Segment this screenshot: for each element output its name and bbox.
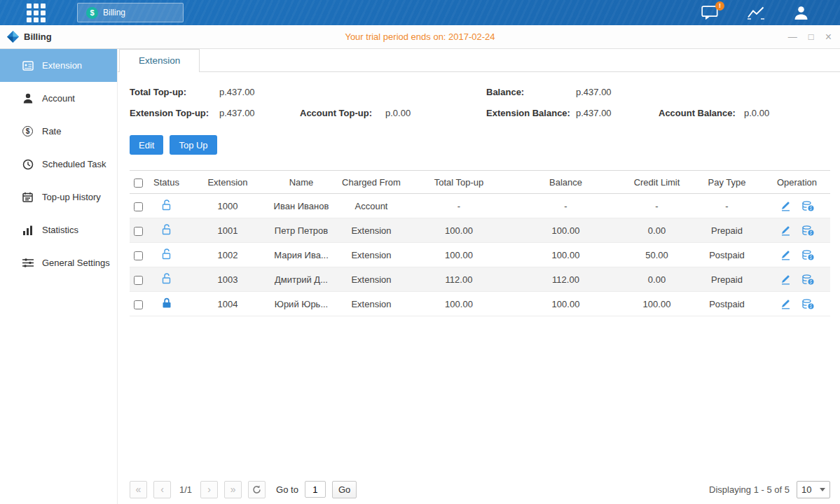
tabs-bar: Extension: [118, 49, 840, 72]
extension-card-icon: [22, 59, 34, 71]
top-up-money-icon[interactable]: [802, 299, 814, 309]
apps-grid-icon[interactable]: [27, 4, 46, 22]
cell-extension: 1001: [186, 218, 270, 243]
cell-pay-type: Postpaid: [690, 243, 764, 267]
top-up-money-icon[interactable]: [802, 225, 814, 236]
sidebar-item-label: Top-up History: [42, 192, 101, 202]
sidebar-item-account[interactable]: Account: [0, 82, 117, 115]
top-up-money-icon[interactable]: [802, 250, 814, 260]
sidebar-item-label: Scheduled Task: [42, 159, 106, 169]
table-header-row: Status Extension Name Charged From Total…: [130, 171, 830, 194]
cell-charged-from: Extension: [333, 292, 410, 316]
account-topup-value: p.0.00: [385, 103, 486, 124]
next-page-button[interactable]: ›: [200, 481, 218, 498]
cell-charged-from: Extension: [333, 243, 410, 267]
main-panel: Extension Total Top-up: p.437.00 Balance…: [118, 49, 840, 504]
cell-total-topup: -: [410, 194, 508, 218]
goto-label: Go to: [276, 484, 298, 495]
cell-pay-type: Prepaid: [690, 267, 764, 292]
user-account-icon[interactable]: [793, 5, 809, 20]
edit-pencil-icon[interactable]: [780, 201, 791, 211]
billing-summary: Total Top-up: p.437.00 Balance: p.437.00…: [130, 82, 830, 124]
row-checkbox[interactable]: [134, 202, 143, 211]
minimize-icon[interactable]: —: [788, 32, 797, 41]
row-checkbox[interactable]: [134, 276, 143, 285]
sidebar-item-topup-history[interactable]: Top-up History: [0, 181, 117, 214]
top-up-button[interactable]: Top Up: [170, 135, 216, 155]
cell-pay-type: -: [690, 194, 764, 218]
cell-pay-type: Postpaid: [690, 292, 764, 316]
edit-pencil-icon[interactable]: [780, 250, 791, 260]
cell-balance: 100.00: [508, 243, 624, 267]
account-person-icon: [22, 92, 34, 104]
page-size-value: 10: [801, 484, 811, 495]
edit-pencil-icon[interactable]: [780, 299, 791, 309]
row-checkbox[interactable]: [134, 227, 143, 236]
cell-name: Иван Иванов: [270, 194, 333, 218]
page-indicator: 1/1: [179, 484, 192, 495]
balance-value: p.437.00: [576, 82, 659, 103]
unlock-icon: [162, 202, 172, 213]
balance-label: Balance:: [486, 82, 576, 103]
extension-table: Status Extension Name Charged From Total…: [130, 170, 830, 316]
select-all-checkbox[interactable]: [134, 178, 143, 188]
col-name: Name: [270, 171, 333, 194]
cell-pay-type: Prepaid: [690, 218, 764, 243]
cell-charged-from: Extension: [333, 267, 410, 292]
trial-period-notice: Your trial period ends on: 2017-02-24: [345, 31, 495, 42]
col-pay-type: Pay Type: [690, 171, 764, 194]
sidebar-item-extension[interactable]: Extension: [0, 49, 117, 82]
cell-charged-from: Account: [333, 194, 410, 218]
go-button[interactable]: Go: [332, 481, 357, 498]
close-icon[interactable]: ×: [825, 31, 832, 43]
cell-extension: 1000: [186, 194, 270, 218]
extension-topup-value: p.437.00: [219, 103, 300, 124]
row-checkbox[interactable]: [134, 251, 143, 260]
sidebar: Extension Account $ Rate Scheduled Task …: [0, 49, 118, 504]
extension-topup-label: Extension Top-up:: [130, 103, 219, 124]
col-total-topup: Total Top-up: [410, 171, 508, 194]
chevron-down-icon: [820, 488, 825, 491]
cell-credit-limit: 50.00: [624, 243, 690, 267]
sidebar-item-general-settings[interactable]: General Settings: [0, 246, 117, 279]
topbar-billing-tab-label: Billing: [103, 8, 125, 18]
sidebar-item-label: General Settings: [42, 258, 110, 268]
row-checkbox[interactable]: [134, 300, 143, 309]
top-bar: $ Billing !: [0, 0, 840, 25]
cell-balance: 112.00: [508, 267, 624, 292]
cell-extension: 1002: [186, 243, 270, 267]
edit-pencil-icon[interactable]: [780, 274, 791, 285]
table-row: 1004 Юрий Юрь... Extension 100.00 100.00…: [130, 292, 830, 316]
tab-extension[interactable]: Extension: [119, 49, 200, 72]
sidebar-item-statistics[interactable]: Statistics: [0, 214, 117, 246]
dollar-coin-icon: $: [86, 7, 98, 19]
last-page-button[interactable]: »: [224, 481, 242, 498]
statistics-chart-icon[interactable]: [747, 6, 765, 20]
notifications-chat-icon[interactable]: !: [701, 6, 719, 20]
refresh-button[interactable]: [248, 481, 266, 498]
notification-badge: !: [715, 1, 724, 10]
total-topup-label: Total Top-up:: [130, 82, 219, 103]
prev-page-button[interactable]: ‹: [153, 481, 171, 498]
edit-pencil-icon[interactable]: [780, 225, 791, 236]
cell-credit-limit: 100.00: [624, 292, 690, 316]
col-status: Status: [147, 171, 186, 194]
cell-balance: 100.00: [508, 218, 624, 243]
sidebar-item-scheduled-task[interactable]: Scheduled Task: [0, 148, 117, 181]
page-size-select[interactable]: 10: [797, 481, 830, 498]
bar-chart-icon: [22, 224, 34, 236]
cell-name: Юрий Юрь...: [270, 292, 333, 316]
sidebar-item-rate[interactable]: $ Rate: [0, 115, 117, 148]
edit-button[interactable]: Edit: [130, 135, 163, 155]
sidebar-item-label: Statistics: [42, 225, 78, 235]
goto-page-input[interactable]: [305, 481, 326, 498]
col-charged-from: Charged From: [333, 171, 410, 194]
maximize-icon[interactable]: □: [808, 32, 814, 41]
cell-credit-limit: 0.00: [624, 218, 690, 243]
window-title-bar: Billing Your trial period ends on: 2017-…: [0, 25, 840, 49]
first-page-button[interactable]: «: [130, 481, 147, 498]
topbar-billing-tab[interactable]: $ Billing: [77, 3, 184, 22]
top-up-money-icon[interactable]: [802, 274, 814, 285]
top-up-money-icon[interactable]: [802, 201, 814, 211]
cell-total-topup: 100.00: [410, 218, 508, 243]
